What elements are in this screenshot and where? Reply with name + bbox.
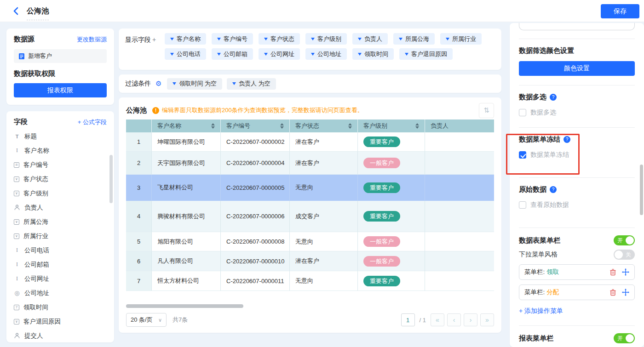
menu-freeze-checkbox[interactable]: 数据菜单冻结 (519, 151, 635, 159)
display-field-chip[interactable]: 客户名称 (165, 33, 206, 45)
display-field-chips: 客户名称 客户编号 客户状态 客户级别 负责人 所属公海 所属行业 公司电话 公… (165, 33, 495, 65)
raw-data-checkbox[interactable]: 查看原始数据 (519, 201, 635, 209)
table-row[interactable]: 4 腾骏材料有限公司 C-20220607-0000006 成交客户 重要客户 (126, 201, 494, 232)
cell-customer-level: 重要客户 (358, 132, 425, 152)
prev-page-button[interactable]: ‹ (447, 313, 461, 326)
dropdown-style-toggle[interactable]: 关 (614, 250, 635, 260)
sort-carets-icon[interactable] (415, 123, 419, 129)
add-action-menu-link[interactable]: + 添加操作菜单 (519, 307, 635, 315)
column-header[interactable]: 负责人 (425, 119, 494, 132)
chevron-down-icon (264, 38, 268, 40)
report-menu-toggle[interactable]: 开 (614, 333, 635, 343)
field-item-website[interactable]: 公司网址 (14, 272, 107, 286)
table-row[interactable]: 5 旭阳有限公司 C-20220607-0000008 无意向 一般客户 (126, 232, 494, 251)
display-field-chip[interactable]: 负责人 (352, 33, 388, 45)
field-item-industry[interactable]: 所属行业 (14, 229, 107, 243)
column-header[interactable]: 客户名称 (152, 119, 221, 132)
horizontal-scrollbar[interactable] (126, 304, 494, 308)
help-icon[interactable]: ? (564, 136, 570, 143)
display-field-chip[interactable]: 公司地址 (305, 48, 347, 60)
table-row[interactable]: 1 坤曜国际有限公司 C-20220607-0000002 潜在客户 重要客户 (126, 132, 494, 152)
display-fields-panel: 显示字段+ 客户名称 客户编号 客户状态 客户级别 负责人 所属公海 所属行业 … (119, 28, 501, 70)
back-button[interactable] (12, 6, 21, 16)
field-item-title[interactable]: 标题 (14, 129, 107, 143)
help-icon[interactable]: ? (550, 186, 557, 193)
display-field-chip[interactable]: 客户编号 (212, 33, 253, 45)
report-permission-button[interactable]: 报表权限 (14, 83, 107, 97)
select-icon (14, 176, 19, 182)
horizontal-scrollbar-thumb[interactable] (126, 304, 243, 308)
help-icon[interactable]: ? (550, 94, 557, 101)
table-row[interactable]: 6 凡人有限公司 C-20220607-0000010 潜在客户 一般客户 (126, 251, 494, 271)
display-field-chip[interactable]: 所属公海 (393, 33, 435, 45)
field-item-customer-name[interactable]: 客户名称 (14, 143, 107, 158)
display-field-chip[interactable]: 公司电话 (165, 48, 206, 60)
field-item-submitter[interactable]: 提交人 (14, 329, 107, 342)
next-page-button[interactable]: › (464, 313, 477, 326)
filter-chip[interactable]: 领取时间 为空 (167, 78, 222, 90)
sort-toggle-button[interactable]: ⇅ (479, 103, 494, 118)
display-field-chip[interactable]: 客户级别 (305, 33, 347, 45)
multi-select-checkbox[interactable]: 数据多选 (519, 108, 635, 117)
checkbox-unchecked-icon[interactable] (519, 109, 526, 116)
checkbox-unchecked-icon[interactable] (519, 201, 526, 209)
filter-chip[interactable]: 负责人 为空 (227, 78, 276, 90)
window-scrollbar[interactable] (640, 165, 643, 215)
field-item-customer-level[interactable]: 客户级别 (14, 186, 107, 200)
gear-icon[interactable]: ⚙ (155, 80, 161, 88)
field-item-customer-status[interactable]: 客户状态 (14, 172, 107, 186)
display-field-chip[interactable]: 公司网址 (259, 48, 300, 60)
location-icon (14, 290, 20, 296)
field-item-customer-code[interactable]: 客户编号 (14, 158, 107, 172)
cell-customer-status: 无意向 (290, 271, 358, 291)
column-header[interactable]: 客户编号 (221, 119, 290, 132)
trash-icon[interactable] (610, 289, 616, 296)
field-item-address[interactable]: 公司地址 (14, 286, 107, 300)
cell-customer-code: C-20220607-0000002 (221, 132, 290, 152)
sort-carets-icon[interactable] (280, 123, 284, 129)
save-button[interactable]: 保存 (601, 4, 639, 18)
fields-scrollbar[interactable] (109, 155, 113, 203)
text-icon (14, 247, 20, 254)
checkbox-checked-icon[interactable] (519, 151, 526, 159)
topbar: 公海池 保存 (0, 0, 644, 22)
table-row[interactable]: 2 天宇国际有限公司 C-20220607-0000004 潜在客户 一般客户 (126, 152, 494, 175)
field-item-owner[interactable]: 负责人 (14, 200, 107, 215)
cell-customer-status: 潜在客户 (290, 152, 358, 175)
display-field-chip[interactable]: 领取时间 (352, 48, 394, 60)
column-header[interactable]: 客户级别 (358, 119, 425, 132)
page-number-input[interactable]: 1 (401, 313, 415, 326)
field-item-phone[interactable]: 公司电话 (14, 243, 107, 257)
table-row-selected[interactable]: 3 飞星材料公司 C-20220607-0000005 无意向 重要客户 (126, 175, 494, 201)
move-icon[interactable] (622, 268, 629, 276)
change-datasource-link[interactable]: 更改数据源 (77, 35, 107, 44)
column-header[interactable]: 客户状态 (290, 119, 358, 132)
datasource-item[interactable]: 新增客户 (14, 49, 107, 63)
field-item-pool[interactable]: 所属公海 (14, 215, 107, 229)
cell-customer-code: C-20220607-0000004 (221, 152, 290, 175)
field-item-email[interactable]: 公司邮箱 (14, 257, 107, 272)
cell-customer-status: 潜在客户 (290, 251, 358, 271)
row-number: 1 (126, 132, 152, 152)
field-item-return-reason[interactable]: 客户退回原因 (14, 314, 107, 329)
table-row[interactable]: 7 恒太方材料公司 C-20220607-0000011 无意向 重要客户 (126, 271, 494, 291)
last-page-button[interactable]: » (480, 313, 494, 326)
move-icon[interactable] (622, 289, 629, 296)
field-item-claim-time[interactable]: 领取时间 (14, 300, 107, 314)
display-field-chip[interactable]: 所属行业 (440, 33, 482, 45)
add-display-field-button[interactable]: + (152, 36, 156, 43)
trash-icon[interactable] (610, 268, 616, 276)
chevron-down-icon (446, 38, 449, 40)
display-field-chip[interactable]: 公司邮箱 (212, 48, 253, 60)
first-page-button[interactable]: « (431, 313, 444, 326)
menu-item-assign[interactable]: 菜单栏: 分配 (519, 284, 635, 300)
sort-carets-icon[interactable] (211, 123, 215, 129)
sort-carets-icon[interactable] (348, 123, 352, 129)
menu-item-claim[interactable]: 菜单栏: 领取 (519, 264, 635, 280)
display-field-chip[interactable]: 客户退回原因 (399, 48, 453, 60)
color-settings-button[interactable]: 颜色设置 (519, 61, 635, 76)
table-menu-toggle[interactable]: 开 (614, 235, 635, 245)
page-size-select[interactable]: 20 条/页∨ (126, 313, 167, 327)
add-formula-field-link[interactable]: + 公式字段 (78, 118, 107, 126)
display-field-chip[interactable]: 客户状态 (259, 33, 300, 45)
